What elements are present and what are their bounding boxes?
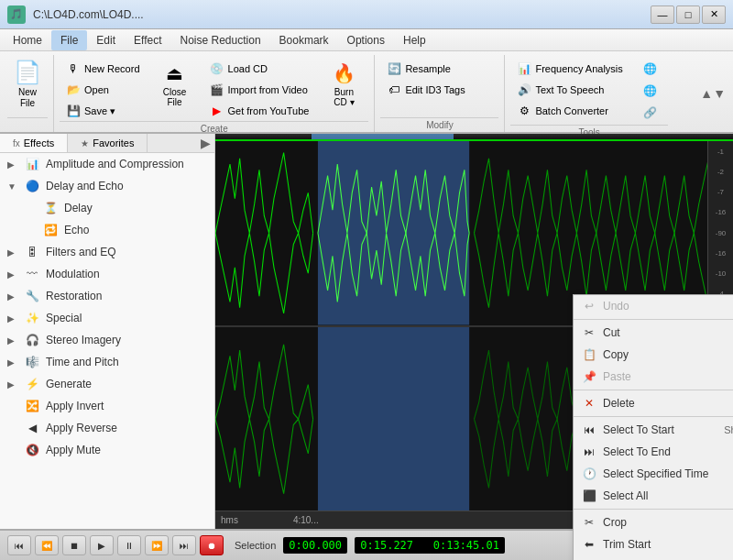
freq-analysis-button[interactable]: 📊 Frequency Analysis — [510, 59, 629, 79]
sidebar-item-amplitude[interactable]: ▶ 📊 Amplitude and Compression — [0, 153, 214, 175]
ctx-crop[interactable]: ✂ Crop Ctrl+T — [574, 511, 733, 533]
transport-stop[interactable]: ⏹ — [62, 535, 86, 555]
ctx-select-time[interactable]: 🕐 Select Specified Time Ctrl+G — [574, 463, 733, 485]
new-record-icon: 🎙 — [66, 61, 81, 76]
import-video-button[interactable]: 🎬 Import from Video — [203, 80, 316, 100]
text-speech-button[interactable]: 🔊 Text To Speech — [510, 80, 629, 100]
tools-extra-btn3[interactable]: 🔗 — [637, 103, 664, 123]
burn-cd-button[interactable]: 🔥 BurnCD ▾ — [323, 57, 365, 112]
transport-rewind[interactable]: ⏪ — [35, 535, 59, 555]
ctx-copy-label: Copy — [603, 348, 629, 361]
sidebar-item-apply-invert[interactable]: 🔀 Apply Invert — [0, 395, 214, 417]
sidebar-item-generate[interactable]: ▶ ⚡ Generate — [0, 373, 214, 395]
selection-label: Selection — [235, 540, 276, 551]
new-file-label: NewFile — [18, 87, 37, 109]
group-label-empty — [7, 117, 48, 132]
sidebar-item-apply-reverse[interactable]: ◀ Apply Reverse — [0, 417, 214, 439]
transport-pause[interactable]: ⏸ — [117, 535, 141, 555]
selection-top — [312, 134, 454, 139]
menu-edit[interactable]: Edit — [87, 30, 125, 50]
transport-play[interactable]: ▶ — [90, 535, 114, 555]
ctx-select-start[interactable]: ⏮ Select To Start Shift+Home — [574, 419, 733, 441]
ctx-paste[interactable]: 📌 Paste Ctrl+V — [574, 366, 733, 388]
sidebar-item-restoration[interactable]: ▶ 🔧 Restoration — [0, 285, 214, 307]
sidebar-item-echo[interactable]: 🔁 Echo — [0, 219, 214, 241]
edit-id3-button[interactable]: 🏷 Edit ID3 Tags — [380, 80, 471, 100]
new-record-label: New Record — [84, 63, 140, 74]
generate-label: Generate — [46, 378, 92, 390]
ctx-delete-label: Delete — [603, 397, 635, 410]
open-button[interactable]: 📂 Open — [60, 80, 147, 100]
resample-icon: 🔄 — [387, 61, 401, 76]
new-record-button[interactable]: 🎙 New Record — [60, 59, 147, 79]
ctx-undo[interactable]: ↩ Undo Ctrl+Z — [574, 295, 733, 317]
transport-record[interactable]: ⏺ — [200, 535, 224, 555]
filters-label: Filters and EQ — [46, 246, 116, 258]
ctx-select-end[interactable]: ⏭ Select To End Shift+End — [574, 441, 733, 463]
tools-extra-btn2[interactable]: 🌐 — [637, 81, 664, 101]
sidebar-item-filters[interactable]: ▶ 🎛 Filters and EQ — [0, 241, 214, 263]
expand-filters: ▶ — [7, 247, 18, 258]
ctx-trim-end[interactable]: ➡ Trim End Ctrl+E — [574, 555, 733, 560]
cut-icon: ✂ — [581, 324, 597, 341]
tab-effects[interactable]: fx Effects — [0, 134, 68, 152]
ctx-select-all[interactable]: ⬛ Select All Ctrl+A — [574, 485, 733, 507]
ctx-trim-start[interactable]: ⬅ Trim Start Ctrl+M — [574, 533, 733, 555]
save-button[interactable]: 💾 Save ▾ — [60, 101, 147, 121]
ctx-copy[interactable]: 📋 Copy Ctrl+C — [574, 344, 733, 366]
waveform-section: -1 -2 -7 -16 -90 -16 -10 -4 -1 — [215, 134, 733, 529]
menu-home[interactable]: Home — [4, 30, 51, 50]
transport-forward[interactable]: ⏩ — [145, 535, 169, 555]
sidebar-item-stereo[interactable]: ▶ 🎧 Stereo Imagery — [0, 329, 214, 351]
tools-extra-btn1[interactable]: 🌐 — [637, 59, 664, 79]
sidebar-item-modulation[interactable]: ▶ 〰 Modulation — [0, 263, 214, 285]
tools-extra-icon1: 🌐 — [643, 61, 658, 76]
tools-extra: 🌐 🌐 🔗 — [633, 57, 668, 125]
maximize-button[interactable]: □ — [676, 5, 700, 24]
close-button[interactable]: ✕ — [702, 5, 726, 24]
expand-special: ▶ — [7, 313, 18, 324]
modify-col: 🔄 Resample 🏷 Edit ID3 Tags — [380, 57, 471, 100]
sidebar-item-apply-mute[interactable]: 🔇 Apply Mute — [0, 439, 214, 461]
close-file-button[interactable]: ⏏ CloseFile — [154, 57, 196, 112]
main-area: fx Effects ★ Favorites ▶ ▶ 📊 Amplitude a… — [0, 134, 733, 529]
menu-help[interactable]: Help — [394, 30, 435, 50]
tab-favorites[interactable]: ★ Favorites — [68, 134, 148, 152]
ctx-delete[interactable]: ✕ Delete Del — [574, 392, 733, 414]
minimize-button[interactable]: — — [651, 5, 674, 24]
ribbon-scroll-up[interactable]: ▲ — [700, 86, 713, 101]
expand-time-pitch: ▶ — [7, 357, 18, 368]
sidebar-item-special[interactable]: ▶ ✨ Special — [0, 307, 214, 329]
sidebar-item-delay-echo[interactable]: ▼ 🔵 Delay and Echo — [0, 175, 214, 197]
ribbon-scroll-down[interactable]: ▼ — [713, 86, 726, 101]
batch-converter-button[interactable]: ⚙ Batch Converter — [510, 101, 629, 121]
select-all-icon: ⬛ — [581, 488, 597, 504]
burn-cd-wrapper: 🔥 BurnCD ▾ — [319, 57, 368, 112]
new-file-button[interactable]: 📄 NewFile — [7, 57, 48, 112]
load-cd-button[interactable]: 💿 Load CD — [203, 59, 316, 79]
expand-delay-echo: ▼ — [7, 181, 18, 192]
menu-options[interactable]: Options — [338, 30, 394, 50]
menu-file[interactable]: File — [51, 30, 87, 50]
expand-stereo: ▶ — [7, 335, 18, 346]
select-end-icon: ⏭ — [581, 444, 597, 460]
select-start-icon: ⏮ — [581, 422, 597, 438]
filters-icon: 🎛 — [24, 244, 40, 260]
menu-effect[interactable]: Effect — [125, 30, 170, 50]
effects-tab-label: Effects — [24, 137, 54, 148]
transport-rewind-start[interactable]: ⏮ — [7, 535, 31, 555]
sidebar-item-delay[interactable]: ⏳ Delay — [0, 197, 214, 219]
resample-button[interactable]: 🔄 Resample — [380, 59, 471, 79]
restoration-label: Restoration — [46, 290, 102, 302]
sidebar-nav-btn[interactable]: ▶ — [197, 134, 214, 152]
sidebar-item-time-pitch[interactable]: ▶ 🎼 Time and Pitch — [0, 351, 214, 373]
ctx-paste-label: Paste — [603, 370, 631, 383]
ctx-cut[interactable]: ✂ Cut Ctrl+X — [574, 322, 733, 344]
text-speech-label: Text To Speech — [535, 84, 604, 95]
text-speech-icon: 🔊 — [517, 82, 531, 97]
menu-noise-reduction[interactable]: Noise Reduction — [171, 30, 270, 50]
batch-converter-label: Batch Converter — [535, 105, 607, 116]
menu-bookmark[interactable]: Bookmark — [270, 30, 338, 50]
transport-forward-end[interactable]: ⏭ — [172, 535, 196, 555]
get-youtube-button[interactable]: ▶ Get from YouTube — [203, 101, 316, 121]
